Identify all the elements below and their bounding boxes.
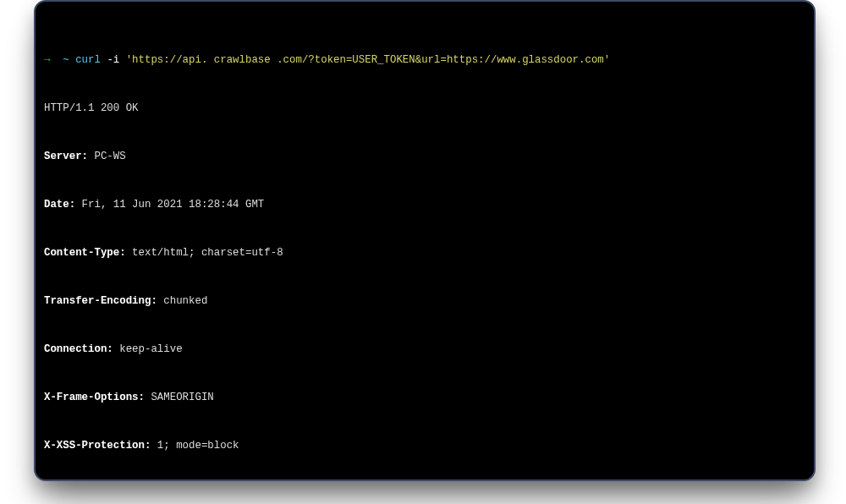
header-row: Content-Type: text/html; charset=utf-8 <box>44 245 814 261</box>
header-key: Content-Type: <box>44 247 126 259</box>
header-key: Transfer-Encoding: <box>44 295 157 307</box>
terminal-window: → ~ curl -i 'https://api. crawlbase .com… <box>34 0 816 481</box>
header-value: SAMEORIGIN <box>145 392 214 403</box>
header-value: chunked <box>157 295 208 307</box>
prompt-path: ~ <box>63 54 69 66</box>
header-row: X-XSS-Protection: 1; mode=block <box>44 438 814 454</box>
terminal-output[interactable]: → ~ curl -i 'https://api. crawlbase .com… <box>44 20 814 479</box>
command-flag: -i <box>107 54 119 66</box>
header-row: Transfer-Encoding: chunked <box>44 293 814 310</box>
header-value: keep-alive <box>113 343 183 355</box>
header-key: Date: <box>44 199 75 211</box>
header-key: X-Frame-Options: <box>44 392 145 403</box>
http-status-line: HTTP/1.1 200 OK <box>44 101 814 117</box>
header-row: Server: PC-WS <box>44 149 814 165</box>
command-name: curl <box>75 54 101 66</box>
prompt-arrow-icon: → <box>44 54 50 66</box>
header-key: Connection: <box>44 343 113 355</box>
prompt-line: → ~ curl -i 'https://api. crawlbase .com… <box>44 52 814 68</box>
header-value: Fri, 11 Jun 2021 18:28:44 GMT <box>75 199 264 211</box>
header-row: Connection: keep-alive <box>44 342 814 358</box>
header-row: Date: Fri, 11 Jun 2021 18:28:44 GMT <box>44 197 814 213</box>
header-row: X-Frame-Options: SAMEORIGIN <box>44 390 814 406</box>
header-key: X-XSS-Protection: <box>44 440 151 452</box>
header-value: 1; mode=block <box>151 440 239 452</box>
header-value: text/html; charset=utf-8 <box>126 247 283 259</box>
header-key: Server: <box>44 151 88 162</box>
header-value: PC-WS <box>88 151 126 162</box>
command-url-arg: 'https://api. crawlbase .com/?token=USER… <box>126 54 611 66</box>
